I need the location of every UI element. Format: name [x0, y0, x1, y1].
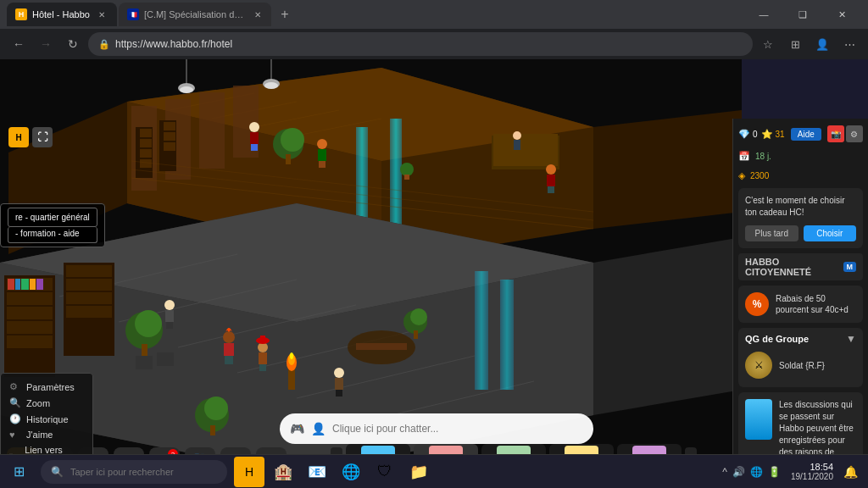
- tab-close-cm[interactable]: ✕: [253, 8, 263, 21]
- svg-point-104: [546, 164, 556, 175]
- taskbar-search-input[interactable]: [70, 467, 206, 477]
- svg-rect-119: [414, 330, 418, 339]
- taskbar-app-icons: H 🏨 📧 🌐 🛡 📁: [234, 457, 434, 487]
- panel-icon-1[interactable]: 📸: [827, 125, 844, 142]
- zoom-icon: 🔍: [9, 397, 21, 408]
- notification-icon[interactable]: 🔔: [843, 465, 858, 479]
- volume-icon[interactable]: 🔊: [732, 466, 745, 478]
- svg-rect-92: [157, 352, 174, 366]
- system-tray: ^ 🔊 🌐 🔋: [722, 466, 781, 478]
- citoyennete-badge: M: [843, 262, 857, 272]
- new-tab-button[interactable]: +: [273, 3, 297, 26]
- later-button[interactable]: Plus tard: [745, 225, 798, 241]
- side-menu-zoom[interactable]: 🔍 Zoom: [6, 395, 87, 411]
- svg-rect-99: [493, 137, 558, 166]
- folder-taskbar[interactable]: 📁: [403, 457, 434, 487]
- minimize-button[interactable]: —: [744, 0, 783, 29]
- extensions-button[interactable]: ⊞: [783, 32, 807, 56]
- svg-point-75: [164, 300, 175, 310]
- panel-icon-2[interactable]: ⚙: [846, 125, 863, 142]
- svg-rect-56: [36, 279, 43, 290]
- nav-actions: ☆ ⊞ 👤 ⋯: [756, 32, 861, 56]
- close-button[interactable]: ✕: [822, 0, 861, 29]
- svg-rect-88: [339, 390, 342, 396]
- tab-close-habbo[interactable]: ✕: [95, 8, 108, 21]
- tab-label-cm: [C.M] Spécialisation de assia944: [144, 9, 248, 19]
- group-dropdown-icon[interactable]: ▼: [846, 333, 856, 345]
- refresh-button[interactable]: ↻: [61, 32, 85, 56]
- time-display: 18:54: [791, 462, 833, 472]
- game-canvas[interactable]: H ⛶ re - quartier général - formation - …: [0, 59, 742, 488]
- side-menu-like[interactable]: ♥ J'aime: [6, 427, 87, 442]
- more-button[interactable]: ⋯: [837, 32, 861, 56]
- mini-controls: H ⛶: [8, 127, 53, 147]
- fullscreen-button[interactable]: ⛶: [32, 127, 53, 147]
- svg-rect-78: [170, 322, 173, 329]
- browser-chrome: H Hôtel - Habbo ✕ 🇫🇷 [C.M] Spécialisatio…: [0, 0, 868, 59]
- pixels-value: 2300: [750, 171, 769, 180]
- svg-point-113: [180, 86, 193, 93]
- side-menu-history[interactable]: 🕐 Historique: [6, 411, 87, 427]
- stats-bar: 💎 0 ⭐ 31 Aide 📸 ⚙: [738, 124, 863, 144]
- game-container: H ⛶ re - quartier général - formation - …: [0, 59, 868, 488]
- svg-rect-46: [7, 336, 53, 348]
- svg-rect-45: [7, 321, 53, 334]
- taskbar-right: ^ 🔊 🌐 🔋 18:54 19/11/2020 🔔: [722, 462, 868, 481]
- choose-button[interactable]: Choisir: [804, 225, 857, 241]
- params-icon: ⚙: [9, 381, 21, 392]
- svg-point-116: [264, 82, 278, 89]
- svg-rect-81: [259, 364, 263, 371]
- right-panel: 💎 0 ⭐ 31 Aide 📸 ⚙ 📅 18 j. ◈ 2300 C'est l…: [732, 119, 868, 488]
- svg-rect-121: [224, 343, 234, 356]
- start-button[interactable]: ⊞: [0, 455, 37, 489]
- credits-value: 31: [776, 130, 785, 139]
- svg-rect-77: [166, 322, 170, 329]
- mail-taskbar[interactable]: 📧: [302, 457, 332, 487]
- address-bar[interactable]: 🔒 https://www.habbo.fr/hotel: [88, 32, 753, 56]
- history-label: Historique: [26, 414, 69, 424]
- svg-rect-54: [21, 279, 29, 290]
- svg-rect-69: [251, 144, 254, 151]
- side-menu-params[interactable]: ⚙ Paramètres: [6, 379, 87, 395]
- svg-point-118: [410, 308, 427, 325]
- bookmark-button[interactable]: ☆: [756, 32, 780, 56]
- battery-icon[interactable]: 🔋: [768, 466, 781, 478]
- habbo-taskbar-icon[interactable]: H: [234, 457, 264, 487]
- svg-rect-91: [136, 356, 153, 369]
- tab-habbo[interactable]: H Hôtel - Habbo ✕: [7, 3, 117, 26]
- habbo-logo-button[interactable]: H: [8, 127, 29, 147]
- group-header: QG de Groupe ▼: [745, 333, 856, 345]
- svg-rect-51: [66, 306, 112, 318]
- svg-rect-15: [140, 129, 152, 137]
- edge-taskbar[interactable]: 🌐: [336, 457, 366, 487]
- svg-rect-52: [8, 279, 14, 290]
- group-avatar-icon: ⚔: [745, 352, 772, 379]
- chat-input-bar[interactable]: 🎮 👤: [280, 413, 593, 444]
- citoyennete-header: HABBO CITOYENNETÉ M: [738, 253, 863, 280]
- chat-input[interactable]: [332, 423, 583, 435]
- maximize-button[interactable]: ❑: [783, 0, 822, 29]
- svg-rect-20: [164, 122, 175, 130]
- svg-rect-107: [551, 186, 554, 193]
- svg-rect-62: [210, 425, 215, 435]
- svg-rect-22: [164, 142, 175, 151]
- taskbar-search[interactable]: 🔍: [41, 460, 227, 484]
- security-taskbar[interactable]: 🛡: [370, 457, 400, 487]
- profile-button[interactable]: 👤: [810, 32, 834, 56]
- room-context-tooltip: re - quartier général - formation - aide: [0, 203, 105, 247]
- svg-point-71: [317, 139, 327, 149]
- aide-button[interactable]: Aide: [791, 128, 821, 141]
- back-button[interactable]: ←: [7, 32, 31, 56]
- svg-point-85: [334, 368, 344, 378]
- forward-button[interactable]: →: [34, 32, 58, 56]
- habbo-hotel-taskbar[interactable]: 🏨: [268, 457, 298, 487]
- zoom-label: Zoom: [26, 398, 50, 408]
- tab-cm[interactable]: 🇫🇷 [C.M] Spécialisation de assia944 ✕: [119, 3, 271, 26]
- tooltip-line2: - formation - aide: [8, 227, 97, 243]
- network-icon[interactable]: 🌐: [750, 466, 763, 478]
- chevron-icon[interactable]: ^: [722, 466, 727, 478]
- lock-icon: 🔒: [98, 39, 110, 50]
- svg-point-67: [249, 122, 259, 132]
- svg-point-61: [204, 396, 228, 420]
- diamonds-icon: 💎: [738, 129, 750, 140]
